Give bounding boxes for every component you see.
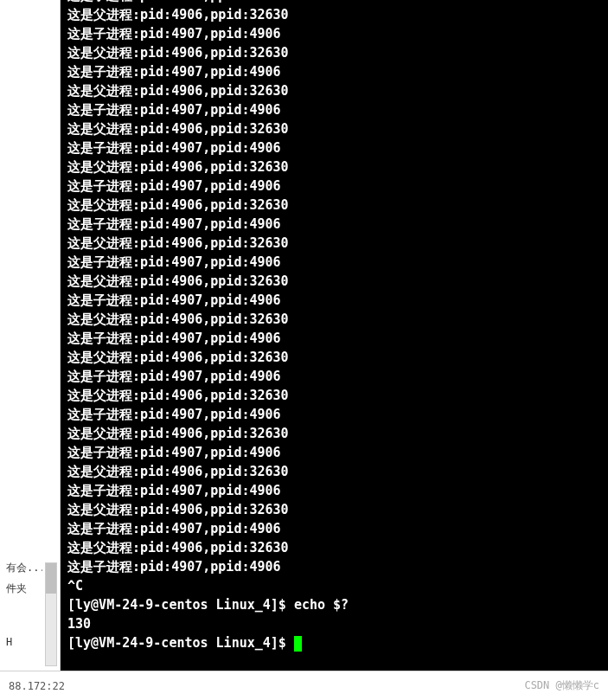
terminal-line: 这是子进程:pid:4907,ppid:4906 — [67, 24, 601, 43]
terminal-line: 这是子进程:pid:4907,ppid:4906 — [67, 519, 601, 538]
terminal-line: 这是子进程:pid:4907,ppid:4906 — [67, 557, 601, 576]
terminal-prompt-1: [ly@VM-24-9-centos Linux_4]$ echo $? — [67, 595, 601, 614]
terminal-line: 这是父进程:pid:4906,ppid:32630 — [67, 500, 601, 519]
terminal-line: 这是父进程:pid:4906,ppid:32630 — [67, 424, 601, 443]
terminal-line: 这是子进程:pid:4907,ppid:4906 — [67, 405, 601, 424]
watermark-text: CSDN @懒懒学c — [524, 678, 599, 693]
terminal-line: 这是父进程:pid:4906,ppid:32630 — [67, 119, 601, 138]
terminal-line: 这是子进程:pid:4907,ppid:4906 — [67, 443, 601, 462]
terminal-line: 这是父进程:pid:4906,ppid:32630 — [67, 157, 601, 177]
sidebar-scrollbar-thumb[interactable] — [46, 563, 56, 594]
terminal-line: 这是父进程:pid:4906,ppid:32630 — [67, 462, 601, 481]
terminal-line: 这是子进程:pid:4907,ppid:4906 — [67, 329, 601, 348]
terminal-line: 这是父进程:pid:4906,ppid:32630 — [67, 348, 601, 367]
terminal-line: 这是子进程:pid:4907,ppid:4906 — [67, 177, 601, 196]
terminal-line: 这是父进程:pid:4906,ppid:32630 — [67, 310, 601, 329]
terminal-line: 这是子进程:pid:4907,ppid:4906 — [67, 481, 601, 500]
terminal-line: 这是父进程:pid:4906,ppid:32630 — [67, 81, 601, 100]
terminal-line: 这是子进程:pid:4907,ppid:4906 — [67, 62, 601, 81]
sidebar-item-3[interactable]: H — [2, 633, 43, 651]
terminal-output[interactable]: 这是子进程:pid:4907,ppid:4906 这是父进程:pid:4906,… — [61, 0, 608, 671]
terminal-line: 这是子进程:pid:4907,ppid:4906 — [67, 215, 601, 234]
terminal-line: 这是父进程:pid:4906,ppid:32630 — [67, 43, 601, 62]
sidebar-scrollbar[interactable] — [45, 562, 57, 666]
terminal-prompt-text: [ly@VM-24-9-centos Linux_4]$ — [67, 635, 294, 651]
terminal-lines-container: 这是父进程:pid:4906,ppid:32630这是子进程:pid:4907,… — [67, 5, 601, 576]
terminal-line: 这是父进程:pid:4906,ppid:32630 — [67, 538, 601, 557]
terminal-line: 这是子进程:pid:4907,ppid:4906 — [67, 138, 601, 157]
terminal-line: 这是子进程:pid:4907,ppid:4906 — [67, 367, 601, 386]
terminal-line: 这是父进程:pid:4906,ppid:32630 — [67, 272, 601, 291]
sidebar-item-1[interactable]: 有会... — [2, 558, 43, 578]
status-bar: 88.172:22 CSDN @懒懒学c — [0, 671, 608, 700]
sidebar-item-2[interactable]: 件夹 — [2, 579, 43, 599]
terminal-line: 这是父进程:pid:4906,ppid:32630 — [67, 5, 601, 24]
terminal-line: 这是子进程:pid:4907,ppid:4906 — [67, 253, 601, 272]
terminal-prompt-2[interactable]: [ly@VM-24-9-centos Linux_4]$ — [67, 633, 601, 652]
terminal-interrupt: ^C — [67, 576, 601, 595]
terminal-cursor — [294, 636, 302, 652]
terminal-line: 这是父进程:pid:4906,ppid:32630 — [67, 234, 601, 253]
terminal-result: 130 — [67, 614, 601, 633]
terminal-line: 这是父进程:pid:4906,ppid:32630 — [67, 196, 601, 215]
sidebar-items: 有会... 件夹 H — [2, 558, 43, 652]
terminal-line: 这是子进程:pid:4907,ppid:4906 — [67, 100, 601, 119]
terminal-line: 这是父进程:pid:4906,ppid:32630 — [67, 386, 601, 405]
status-ip: 88.172:22 — [9, 680, 65, 692]
terminal-line: 这是子进程:pid:4907,ppid:4906 — [67, 291, 601, 310]
sidebar-panel: 有会... 件夹 H — [0, 0, 61, 700]
